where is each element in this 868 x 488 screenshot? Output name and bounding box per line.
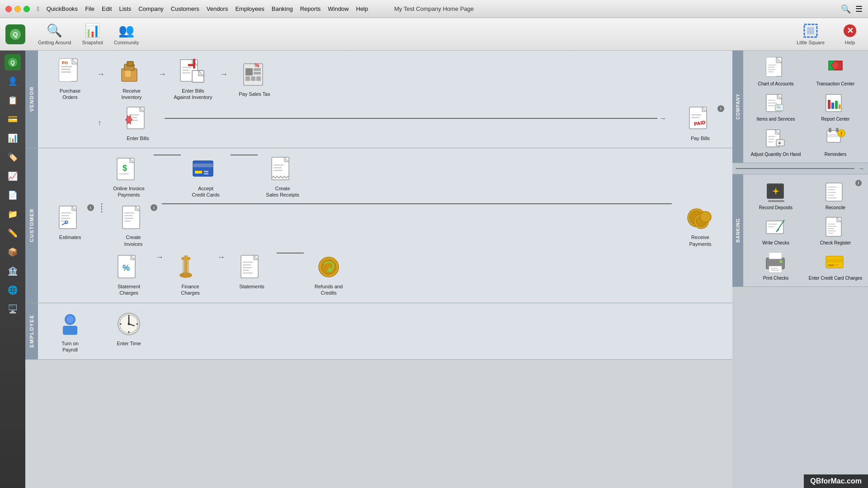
menu-window[interactable]: Window [328, 5, 349, 12]
receive-payments-button[interactable]: ReceivePayments [675, 203, 725, 247]
statements-button[interactable]: Statements [227, 253, 277, 290]
sidebar-doc-icon[interactable]: 📄 [5, 187, 21, 203]
estimates-info: i [87, 204, 94, 211]
menu-customers[interactable]: Customers [171, 5, 199, 12]
report-center-button[interactable]: Report Center [807, 91, 863, 122]
online-invoice-label: Online InvoicePayments [113, 185, 145, 198]
help-button[interactable]: ✕ Help [837, 22, 863, 47]
refunds-credits-button[interactable]: Refunds andCredits [304, 253, 354, 296]
turn-on-payroll-button[interactable]: Turn onPayroll [45, 310, 95, 353]
svg-rect-114 [777, 105, 779, 106]
record-deposits-button[interactable]: Record Deposits [748, 180, 804, 211]
menu-employees[interactable]: Employees [235, 5, 264, 12]
pay-sales-tax-button[interactable]: % Pay Sales Tax [230, 60, 279, 97]
sidebar-card-icon[interactable]: 💳 [5, 111, 21, 127]
svg-rect-41 [691, 117, 699, 118]
svg-rect-53 [274, 167, 282, 169]
little-square-button[interactable]: Little Square [791, 22, 830, 47]
sidebar-globe-icon[interactable]: 🌐 [5, 282, 21, 298]
adjust-quantity-button[interactable]: + Adjust Quantity On Hand [748, 127, 804, 157]
create-invoices-button[interactable]: i CreateInvoices [108, 203, 158, 247]
menu-file[interactable]: File [85, 5, 94, 12]
svg-rect-11 [61, 69, 70, 70]
svg-rect-66 [124, 221, 131, 222]
svg-rect-128 [829, 128, 831, 132]
pay-sales-tax-label: Pay Sales Tax [239, 91, 270, 97]
svg-rect-17 [125, 70, 131, 77]
reconcile-button[interactable]: i Reconcile [807, 180, 863, 211]
search-icon[interactable]: 🔍 [841, 4, 851, 14]
chart-of-accounts-button[interactable]: Chart of Accounts [748, 56, 804, 87]
sidebar-list-icon[interactable]: 📋 [5, 92, 21, 108]
sidebar-pen-icon[interactable]: ✏️ [5, 225, 21, 241]
sidebar-home-icon[interactable]: Q [5, 54, 21, 70]
sidebar-chart-icon[interactable]: 📊 [5, 130, 21, 146]
create-invoices-label: CreateInvoices [124, 234, 142, 247]
menu-edit[interactable]: Edit [102, 5, 112, 12]
transaction-center-button[interactable]: Transaction Center [807, 56, 863, 87]
menu-company[interactable]: Company [138, 5, 164, 12]
close-button[interactable] [5, 6, 12, 12]
menu-apple[interactable]:  [37, 5, 39, 12]
purchase-orders-button[interactable]: PO PurchaseOrders [45, 57, 95, 101]
menu-quickbooks[interactable]: QuickBooks [47, 5, 78, 12]
estimates-button[interactable]: i [45, 203, 95, 240]
menu-vendors[interactable]: Vendors [207, 5, 228, 12]
menu-bar:  QuickBooks File Edit Lists Company Cus… [37, 5, 368, 12]
sales-receipts-icon [268, 155, 297, 183]
minimize-button[interactable] [14, 6, 21, 12]
sidebar-tag-icon[interactable]: 🏷️ [5, 149, 21, 165]
vendor-section: Vendor PO [25, 51, 732, 148]
online-invoice-payments-button[interactable]: $ Online InvoicePayments [104, 155, 154, 198]
enter-credit-card-button[interactable]: Enter Credit Card Charges [807, 250, 863, 281]
sidebar-box-icon[interactable]: 📦 [5, 244, 21, 260]
sidebar-folder-icon[interactable]: 📁 [5, 206, 21, 222]
statement-charges-button[interactable]: % StatementCharges [104, 253, 154, 296]
getting-around-button[interactable]: 🔍 Getting Around [33, 21, 76, 47]
create-sales-receipts-label: CreateSales Receipts [266, 185, 299, 198]
community-button[interactable]: 👥 Community [108, 21, 145, 47]
svg-rect-16 [127, 61, 133, 66]
check-register-button[interactable]: Check Register [807, 215, 863, 246]
finance-charges-button[interactable]: FinanceCharges [165, 253, 215, 296]
print-checks-button[interactable]: Print Checks [748, 250, 804, 281]
list-icon[interactable]: ☰ [855, 4, 863, 14]
svg-rect-84 [243, 272, 253, 274]
svg-rect-144 [828, 192, 836, 193]
write-checks-svg [764, 216, 787, 238]
svg-rect-65 [124, 218, 133, 219]
po-doc-svg: PO [57, 58, 83, 85]
enter-bills-button[interactable]: Enter Bills [113, 104, 163, 141]
record-deposits-label: Record Deposits [759, 205, 793, 211]
svg-rect-31 [256, 76, 261, 81]
menu-lists[interactable]: Lists [119, 5, 131, 12]
sidebar-monitor-icon[interactable]: 🖥️ [5, 301, 21, 317]
enter-time-button[interactable]: Enter Time [104, 310, 154, 347]
record-deposits-icon [763, 180, 788, 203]
snapshot-button[interactable]: 📊 Snapshot [76, 21, 108, 47]
sidebar-bank-icon[interactable]: 🏦 [5, 263, 21, 279]
svg-point-95 [128, 323, 130, 325]
snapshot-icon: 📊 [85, 23, 100, 38]
sidebar-bar-chart-icon[interactable]: 📈 [5, 168, 21, 184]
sidebar-user-icon[interactable]: 👤 [5, 73, 21, 89]
write-checks-button[interactable]: Write Checks [748, 215, 804, 246]
vendor-tab: Vendor [25, 51, 38, 148]
items-services-button[interactable]: Items and Services [748, 91, 804, 122]
create-sales-receipts-button[interactable]: CreateSales Receipts [258, 155, 307, 198]
maximize-button[interactable] [24, 6, 30, 12]
enter-bills-inventory-button[interactable]: Enter BillsAgainst Inventory [168, 57, 218, 101]
customer-section: Customer $ [25, 148, 732, 303]
enter-time-icon [114, 310, 143, 338]
reminders-button[interactable]: ! Reminders [807, 127, 863, 157]
receive-inventory-button[interactable]: ReceiveInventory [107, 57, 156, 101]
svg-rect-24 [188, 64, 195, 66]
menu-banking[interactable]: Banking [272, 5, 293, 12]
menu-help[interactable]: Help [356, 5, 368, 12]
qb-logo[interactable]: Q [5, 24, 25, 44]
accept-credit-cards-button[interactable]: AcceptCredit Cards [181, 155, 231, 198]
svg-rect-124 [768, 141, 774, 142]
employee-section: Employee Turn onPayroll [25, 303, 732, 360]
pay-bills-button[interactable]: i PAID Pay Bills [675, 104, 725, 141]
menu-reports[interactable]: Reports [300, 5, 321, 12]
